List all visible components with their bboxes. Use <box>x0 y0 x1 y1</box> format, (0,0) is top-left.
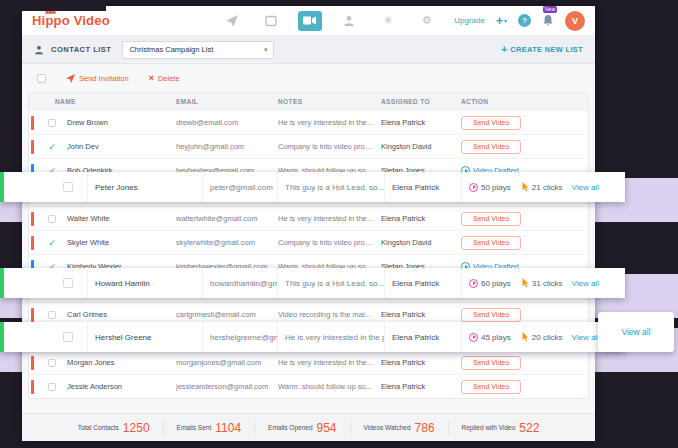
contact-notes: Video recording is the mai... <box>278 310 381 319</box>
plays-stat: 50 plays <box>469 183 511 192</box>
stat-total-contacts: Total Contacts1250 <box>65 421 163 435</box>
row-checkbox[interactable] <box>63 278 73 288</box>
selected-list-name: Christmas Campaign List <box>129 45 213 54</box>
app-window: Hippo Video ✳ ⚙ Upgrade +▾ ? New <box>22 6 595 441</box>
screen-icon[interactable] <box>259 11 283 31</box>
bulk-actions-toolbar: Send Invitation × Delete <box>22 64 595 92</box>
status-bar <box>31 308 34 322</box>
video-camera-icon[interactable] <box>298 11 322 31</box>
assigned-to: Elena Patrick <box>381 310 461 319</box>
clicks-stat: 31 clicks <box>520 278 563 288</box>
stats-footer: Total Contacts1250 Emails Sent1104 Email… <box>22 413 595 441</box>
list-select[interactable]: Christmas Campaign List ▾ <box>122 41 274 59</box>
contact-name: Walter White <box>67 214 176 223</box>
contact-notes: Company is into video produ... <box>278 238 381 247</box>
contact-notes: Company is into video produ... <box>278 142 381 151</box>
clicks-stat: 20 clicks <box>520 332 563 342</box>
plays-stat: 45 plays <box>469 333 511 342</box>
settings-icon[interactable]: ⚙ <box>415 11 439 31</box>
contact-notes: This guy is a Hot Lead, so... <box>278 172 385 202</box>
play-circle-icon <box>469 333 478 342</box>
stat-emails-sent: Emails Sent1104 <box>163 421 255 435</box>
row-checkbox[interactable] <box>48 383 56 391</box>
contact-email: peter@gmail.com <box>203 172 278 202</box>
assigned-to: Elena Patrick <box>381 118 461 127</box>
highlighted-contact-row: Peter Jones peter@gmail.com This guy is … <box>0 172 625 202</box>
view-all-link[interactable]: View all <box>571 279 598 288</box>
contact-email: jessieanderson@gmail.com <box>176 382 278 391</box>
send-video-button[interactable]: Send Video <box>461 116 521 130</box>
assigned-to: Elena Patrick <box>381 214 461 223</box>
send-video-button[interactable]: Send Video <box>461 140 521 154</box>
hippo-video-logo[interactable]: Hippo Video <box>32 13 110 28</box>
click-icon <box>520 182 530 192</box>
assigned-to: Elena Patrick <box>385 268 462 298</box>
create-new-list-button[interactable]: + CREATE NEW LIST <box>501 44 583 55</box>
upgrade-link[interactable]: Upgrade <box>454 16 485 25</box>
send-video-button[interactable]: Send Video <box>461 356 521 370</box>
contact-email: howardhamlin@gmail.com <box>203 268 278 298</box>
integrations-icon[interactable]: ✳ <box>376 11 400 31</box>
send-invitation-button[interactable]: Send Invitation <box>66 74 129 83</box>
play-circle-icon <box>469 183 478 192</box>
add-new-dropdown[interactable]: +▾ <box>496 14 507 28</box>
row-checkbox[interactable]: ✓ <box>48 238 56 248</box>
contact-notes: He is very interested in the prod... <box>278 358 381 367</box>
row-checkbox[interactable]: ✓ <box>48 142 56 152</box>
highlighted-contact-row: Howard Hamlin howardhamlin@gmail.com Thi… <box>0 268 625 298</box>
select-all-checkbox[interactable] <box>37 74 46 83</box>
background-notch <box>0 0 106 11</box>
assigned-to: Elena Patrick <box>385 322 462 352</box>
view-all-link[interactable]: View all <box>571 333 598 342</box>
user-avatar[interactable]: V <box>565 11 585 31</box>
delete-button[interactable]: × Delete <box>149 73 180 83</box>
view-all-tooltip-card[interactable]: View all <box>598 312 674 352</box>
contact-name: Drew Brown <box>67 118 176 127</box>
stat-videos-watched: Videos Watched786 <box>350 421 448 435</box>
contact-email: hershelgreene@gmail.com <box>203 322 278 352</box>
send-video-button[interactable]: Send Video <box>461 380 521 394</box>
contact-notes: Warm..should follow up so... <box>278 382 381 391</box>
contact-name: Peter Jones <box>88 172 203 202</box>
row-checkbox[interactable] <box>48 215 56 223</box>
action-cell: Send Video <box>461 356 588 370</box>
stat-replied-with-video: Replied with Video522 <box>448 421 553 435</box>
status-bar <box>31 212 34 226</box>
send-video-button[interactable]: Send Video <box>461 308 521 322</box>
plus-icon: + <box>501 44 507 55</box>
row-checkbox[interactable] <box>63 182 73 192</box>
table-row: Drew Brown drewb@email.com He is very in… <box>29 110 588 134</box>
row-checkbox[interactable] <box>48 359 56 367</box>
click-icon <box>520 278 530 288</box>
row-checkbox[interactable] <box>63 332 73 342</box>
send-video-button[interactable]: Send Video <box>461 236 521 250</box>
send-video-button[interactable]: Send Video <box>461 212 521 226</box>
clicks-stat: 21 clicks <box>520 182 563 192</box>
table-header-row: NAME EMAIL NOTES ASSIGNED TO ACTION <box>29 93 588 110</box>
contacts-icon <box>34 45 44 55</box>
contact-name: Howard Hamlin <box>88 268 203 298</box>
contact-notes: He is very interested in the prod... <box>278 118 381 127</box>
status-bar <box>31 380 34 394</box>
view-all-link[interactable]: View all <box>571 183 598 192</box>
action-cell: Send Video <box>461 236 588 250</box>
action-cell: Send Video <box>461 140 588 154</box>
contact-name: Hershel Greene <box>88 322 203 352</box>
video-stats: 60 plays 31 clicks View all <box>462 268 625 298</box>
chevron-down-icon: ▾ <box>504 17 507 24</box>
row-checkbox[interactable] <box>48 119 56 127</box>
assigned-to: Elena Patrick <box>381 382 461 391</box>
col-header-notes: NOTES <box>278 98 381 105</box>
contact-name: Carl Grimes <box>67 310 176 319</box>
contact-email: morganjones@gmail.com <box>176 358 278 367</box>
help-icon[interactable]: ? <box>518 14 531 27</box>
assigned-to: Elena Patrick <box>385 172 462 202</box>
table-row: Walter White waltertwhite@gmail.com He i… <box>29 206 588 230</box>
paper-plane-icon[interactable] <box>220 11 244 31</box>
contact-notes: He is very interested in the prod... <box>278 322 385 352</box>
contact-list-label: CONTACT LIST <box>51 45 111 54</box>
contacts-icon[interactable] <box>337 11 361 31</box>
notifications-bell[interactable]: New <box>542 14 554 27</box>
row-checkbox[interactable] <box>48 311 56 319</box>
col-header-email: EMAIL <box>176 98 278 105</box>
